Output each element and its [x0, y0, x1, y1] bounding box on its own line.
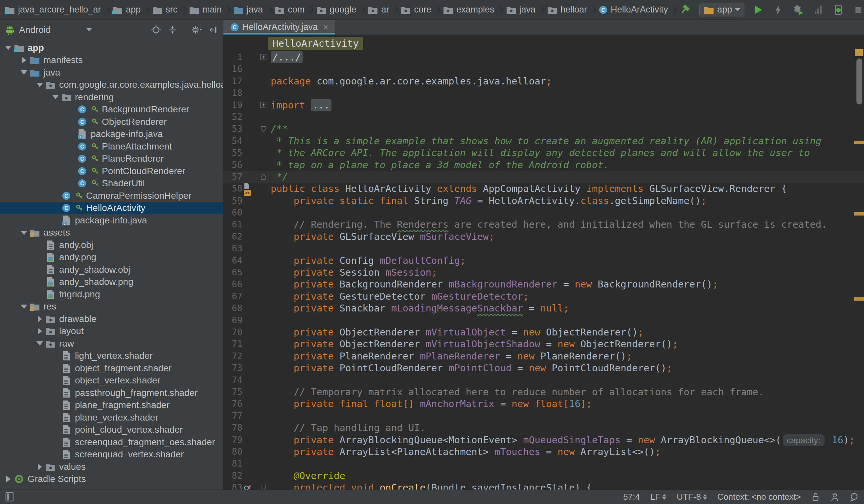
code-line-65[interactable]: 65 private Session mSession; — [224, 266, 864, 278]
tree-item-planeattachment[interactable]: CPlaneAttachment — [0, 140, 223, 153]
tree-item-andy-png[interactable]: andy.png — [0, 251, 223, 264]
editor-scrollbar[interactable] — [856, 59, 862, 105]
code-line-80[interactable]: 80 private ArrayList<PlaneAttachment> mT… — [224, 446, 864, 458]
chevron-down-icon[interactable] — [86, 28, 92, 31]
encoding-widget[interactable]: UTF-8 — [677, 492, 707, 502]
code-line-53[interactable]: 53/** — [224, 123, 864, 135]
code-line-54[interactable]: 54 * This is a simple example that shows… — [224, 135, 864, 147]
tree-item-plane-fragment-shader[interactable]: plane_fragment.shader — [0, 399, 223, 412]
run-button[interactable] — [752, 4, 765, 16]
event-log-icon[interactable] — [850, 492, 859, 502]
hide-panel-icon[interactable] — [208, 25, 218, 35]
code-line-64[interactable]: 64 private Config mDefaultConfig; — [224, 255, 864, 266]
breadcrumb-item-com[interactable]: com — [274, 4, 316, 15]
code-line-73[interactable]: 73 private PointCloudRenderer mPointClou… — [224, 362, 864, 374]
tree-open-arrow-icon[interactable] — [19, 231, 29, 235]
code-line-69[interactable]: 69 — [224, 314, 864, 326]
code-line-67[interactable]: 67 private GestureDetector mGestureDetec… — [224, 290, 864, 302]
tree-item-andy-obj[interactable]: andy.obj — [0, 239, 223, 251]
tree-item-com-google-ar-core-examples-java-helloar[interactable]: com.google.ar.core.examples.java.helloar — [0, 79, 223, 91]
code-line-57[interactable]: 57 */ — [224, 171, 864, 183]
code-line-79[interactable]: 79 private ArrayBlockingQueue<MotionEven… — [224, 434, 864, 446]
breadcrumb-item-examples[interactable]: examples — [443, 4, 506, 15]
tree-closed-arrow-icon[interactable] — [35, 328, 45, 335]
code-line-17[interactable]: 17package com.google.ar.core.examples.ja… — [224, 75, 864, 87]
tree-item-passthrough-fragment-shader[interactable]: passthrough_fragment.shader — [0, 387, 223, 399]
code-line-62[interactable]: 62 private GLSurfaceView mSurfaceView; — [224, 231, 864, 242]
tree-item-trigrid-png[interactable]: trigrid.png — [0, 288, 223, 301]
attach-debugger-button[interactable] — [832, 4, 844, 16]
breadcrumb-item-java[interactable]: java — [506, 4, 547, 15]
run-configuration-select[interactable]: app — [699, 3, 744, 17]
tree-item-andy-shadow-obj[interactable]: andy_shadow.obj — [0, 264, 223, 276]
tree-item-rendering[interactable]: rendering — [0, 91, 223, 104]
apply-changes-button[interactable] — [772, 4, 784, 16]
tree-item-package-info-java[interactable]: Jpackage-info.java — [0, 128, 223, 141]
inspection-profile-icon[interactable] — [830, 492, 839, 502]
tree-item-res[interactable]: res — [0, 301, 223, 313]
fold-expand-icon[interactable] — [260, 54, 267, 60]
code-line-56[interactable]: 56 * tap on a plane to place a 3d model … — [224, 159, 864, 171]
breadcrumb-item-helloaractivity[interactable]: CHelloArActivity — [599, 4, 680, 15]
tree-item-shaderutil[interactable]: CShaderUtil — [0, 177, 223, 190]
error-stripe-mark[interactable] — [854, 141, 864, 144]
tree-item-pointcloudrenderer[interactable]: CPointCloudRenderer — [0, 165, 223, 177]
code-area[interactable]: 1/.../1617package com.google.ar.core.exa… — [224, 51, 864, 490]
tree-open-arrow-icon[interactable] — [51, 95, 60, 99]
tree-item-object-vertex-shader[interactable]: object_vertex.shader — [0, 374, 223, 387]
close-icon[interactable]: × — [323, 22, 328, 33]
lock-icon[interactable] — [812, 492, 820, 502]
tree-item-screenquad-vertex-shader[interactable]: screenquad_vertex.shader — [0, 448, 223, 461]
fold-expand-icon[interactable] — [260, 102, 267, 108]
breadcrumb-item-app[interactable]: app — [112, 4, 152, 15]
code-line-68[interactable]: 68 private Snackbar mLoadingMessageSnack… — [224, 302, 864, 314]
tree-item-assets[interactable]: assets — [0, 227, 223, 239]
code-line-58[interactable]: 58<>public class HelloArActivity extends… — [224, 183, 864, 194]
code-line-72[interactable]: 72 private PlaneRenderer mPlaneRenderer … — [224, 350, 864, 362]
code-line-70[interactable]: 70 private ObjectRenderer mVirtualObject… — [224, 326, 864, 338]
code-line-78[interactable]: 78 // Tap handling and UI. — [224, 422, 864, 434]
breadcrumb-item-java_arcore_hello_ar[interactable]: java_arcore_hello_ar — [4, 4, 112, 15]
tree-open-arrow-icon[interactable] — [35, 83, 45, 87]
tree-item-camerapermissionhelper[interactable]: CCameraPermissionHelper — [0, 190, 223, 202]
error-stripe-mark[interactable] — [854, 212, 864, 216]
code-line-66[interactable]: 66 private BackgroundRenderer mBackgroun… — [224, 278, 864, 290]
code-line-76[interactable]: 76 private final float[] mAnchorMatrix =… — [224, 398, 864, 410]
code-editor[interactable]: HelloArActivity 1/.../1617package com.go… — [224, 35, 864, 490]
inspection-status-mark[interactable] — [855, 49, 863, 56]
code-line-81[interactable]: 81 — [224, 458, 864, 469]
breadcrumb-item-src[interactable]: src — [152, 4, 189, 15]
caret-position-widget[interactable]: 57:4 — [623, 492, 640, 502]
tree-item-gradle-scripts[interactable]: Gradle Scripts — [0, 473, 223, 485]
gear-icon[interactable] — [191, 25, 202, 35]
tree-item-planerenderer[interactable]: CPlaneRenderer — [0, 153, 223, 165]
breadcrumb-item-main[interactable]: main — [189, 4, 233, 15]
context-widget[interactable]: Context: <no context> — [718, 492, 801, 502]
code-line-71[interactable]: 71 private ObjectRenderer mVirtualObject… — [224, 338, 864, 350]
breadcrumb-item-ar[interactable]: ar — [368, 4, 400, 15]
profile-button[interactable] — [812, 4, 825, 16]
tree-item-andy-shadow-png[interactable]: andy_shadow.png — [0, 276, 223, 288]
fold-end-icon[interactable] — [260, 173, 267, 180]
tree-closed-arrow-icon[interactable] — [35, 316, 45, 322]
locate-file-icon[interactable] — [151, 25, 161, 35]
tree-item-drawable[interactable]: drawable — [0, 313, 223, 325]
error-stripe-mark[interactable] — [854, 297, 864, 301]
tree-closed-arrow-icon[interactable] — [19, 57, 29, 63]
code-line-77[interactable]: 77 — [224, 410, 864, 422]
tree-closed-arrow-icon[interactable] — [3, 476, 13, 482]
code-line-74[interactable]: 74 — [224, 374, 864, 386]
code-line-63[interactable]: 63 — [224, 242, 864, 254]
code-line-18[interactable]: 18 — [224, 87, 864, 99]
code-line-75[interactable]: 75 // Temporary matrix allocated here to… — [224, 386, 864, 398]
code-line-19[interactable]: 19import ... — [224, 99, 864, 111]
code-line-83[interactable]: 83 protected void onCreate(Bundle savedI… — [224, 482, 864, 490]
fold-start-icon[interactable] — [260, 126, 267, 132]
tree-item-java[interactable]: java — [0, 67, 223, 79]
tree-item-plane-vertex-shader[interactable]: plane_vertex.shader — [0, 411, 223, 424]
tree-item-app[interactable]: app — [0, 42, 223, 54]
code-line-61[interactable]: 61 // Rendering. The Renderers are creat… — [224, 218, 864, 230]
collapse-all-icon[interactable] — [168, 25, 177, 35]
fold-start-icon[interactable] — [260, 484, 267, 490]
tree-open-arrow-icon[interactable] — [35, 341, 45, 346]
